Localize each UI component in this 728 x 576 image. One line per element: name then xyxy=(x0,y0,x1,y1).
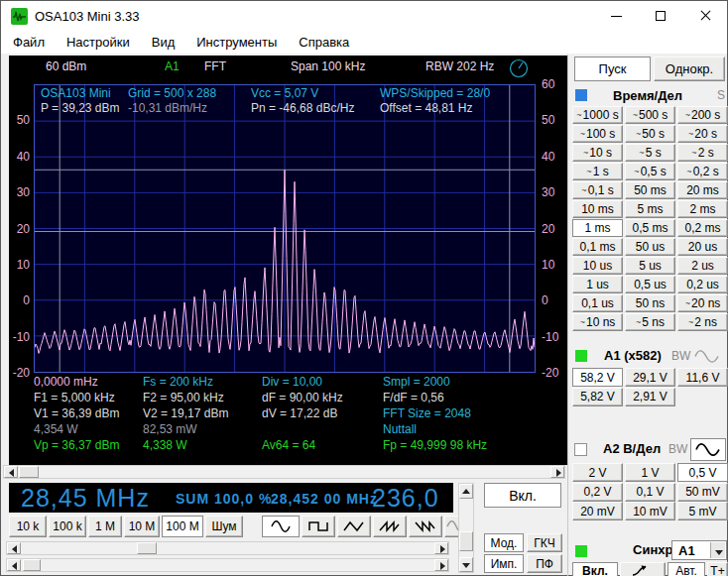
scroll-thumb[interactable] xyxy=(137,542,157,554)
menu-item-1[interactable]: Настройки xyxy=(66,32,141,53)
a2-volts-0_5_V[interactable]: 0,5 V xyxy=(677,463,728,482)
timebase-2_s[interactable]: ~2 s xyxy=(677,144,728,162)
range-button-10M[interactable]: 10 M xyxy=(124,516,160,537)
timebase-1000_s[interactable]: ~1000 s xyxy=(572,106,623,124)
timebase-0_1_s[interactable]: ~0,1 s xyxy=(572,181,623,199)
menu-item-0[interactable]: Файл xyxy=(13,32,56,53)
range-button-Шум[interactable]: Шум xyxy=(205,516,243,537)
timebase-1_s[interactable]: ~1 s xyxy=(572,163,623,180)
timebase-5_ms[interactable]: 5 ms xyxy=(625,200,675,218)
a2-bw-sine-button[interactable] xyxy=(690,438,726,461)
range-button-1M[interactable]: 1 M xyxy=(88,516,122,537)
scroll-right-button[interactable] xyxy=(434,559,448,571)
timebase-10_s[interactable]: ~10 s xyxy=(572,144,623,162)
timebase-0_1_ms[interactable]: 0,1 ms xyxy=(572,238,623,256)
timebase-2_us[interactable]: 2 us xyxy=(677,257,728,275)
trigger-slope-button[interactable] xyxy=(620,562,666,576)
gen-amplitude-scrollbar[interactable] xyxy=(6,558,449,572)
a2-volts-50_mV[interactable]: 50 mV xyxy=(677,483,728,502)
menu-item-3[interactable]: Инструменты xyxy=(196,32,288,53)
timebase-20_us[interactable]: 20 us xyxy=(677,238,728,256)
a1-volts-2_91_V[interactable]: 2,91 V xyxy=(625,388,675,406)
a2-volts-2_V[interactable]: 2 V xyxy=(572,463,623,482)
a2-volts-1_V[interactable]: 1 V xyxy=(625,463,675,482)
maximize-button[interactable] xyxy=(639,1,683,31)
trigger-auto-button[interactable]: Авт. xyxy=(667,562,705,576)
scroll-right-button[interactable] xyxy=(434,542,448,554)
scroll-left-button[interactable] xyxy=(7,542,21,554)
timebase-0_2_ms[interactable]: 0,2 ms xyxy=(677,219,728,237)
scroll-down-button[interactable] xyxy=(459,557,473,572)
timebase-2_ns[interactable]: ~2 ns xyxy=(677,313,728,331)
a2-enable-checkbox[interactable] xyxy=(574,443,587,456)
scroll-thumb[interactable] xyxy=(459,531,473,551)
waveform-triangle-button[interactable] xyxy=(337,516,371,537)
timebase-5_us[interactable]: 5 us xyxy=(625,257,675,275)
sweep-gkch-button[interactable]: ГКЧ xyxy=(527,533,562,552)
sync-source-select[interactable]: A1 xyxy=(671,540,727,560)
a1-volts-5_82_V[interactable]: 5,82 V xyxy=(572,388,623,406)
timebase-5_ns[interactable]: ~5 ns xyxy=(625,313,675,331)
gen-frequency-scrollbar[interactable] xyxy=(6,541,449,555)
range-button-100k[interactable]: 100 k xyxy=(49,516,86,537)
a2-volts-5_mV[interactable]: 5 mV xyxy=(677,502,728,520)
minimize-button[interactable] xyxy=(594,1,639,31)
modulation-button[interactable]: Мод. xyxy=(484,533,524,552)
output-level-scrollbar[interactable] xyxy=(458,483,474,573)
timebase-100_s[interactable]: ~100 s xyxy=(572,125,623,143)
timebase-5_s[interactable]: ~5 s xyxy=(625,144,675,162)
output-on-button[interactable]: Вкл. xyxy=(484,483,561,508)
trigger-tplus-button[interactable]: T+ xyxy=(707,562,728,576)
timebase-1_us[interactable]: 1 us xyxy=(572,276,623,293)
a2-volts-20_mV[interactable]: 20 mV xyxy=(572,502,623,520)
timebase-1_ms[interactable]: 1 ms xyxy=(572,219,623,237)
a1-volts-58_2_V[interactable]: 58,2 V xyxy=(572,368,623,387)
a2-volts-0_1_V[interactable]: 0,1 V xyxy=(625,483,675,502)
scroll-up-button[interactable] xyxy=(459,484,473,499)
scroll-left-button[interactable] xyxy=(4,466,18,478)
waveform-sine-button[interactable] xyxy=(262,516,300,537)
timebase-200_s[interactable]: ~200 s xyxy=(677,106,728,124)
waveform-ramp-down-button[interactable] xyxy=(409,516,442,537)
scroll-right-button[interactable] xyxy=(550,466,564,478)
timebase-10_us[interactable]: 10 us xyxy=(572,257,623,275)
timebase-10_ns[interactable]: ~10 ns xyxy=(572,313,623,331)
timebase-50_us[interactable]: 50 us xyxy=(625,238,675,256)
timebase-20_ms[interactable]: 20 ms xyxy=(677,181,728,199)
timebase-10_ms[interactable]: 10 ms xyxy=(572,200,623,218)
timebase-0_1_us[interactable]: 0,1 us xyxy=(572,294,623,312)
timebase-20_ns[interactable]: ~20 ns xyxy=(677,294,728,312)
timebase-50_ms[interactable]: 50 ms xyxy=(625,181,675,199)
a2-volts-10_mV[interactable]: 10 mV xyxy=(625,502,675,520)
timebase-0_2_s[interactable]: ~0,2 s xyxy=(677,163,728,180)
dropdown-button[interactable] xyxy=(710,542,725,558)
scroll-thumb[interactable] xyxy=(23,559,41,571)
timebase-0_5_s[interactable]: ~0,5 s xyxy=(625,163,675,180)
waveform-square-button[interactable] xyxy=(302,516,335,537)
single-shot-button[interactable]: Однокр. xyxy=(654,57,725,81)
a1-volts-29_1_V[interactable]: 29,1 V xyxy=(625,368,675,387)
menu-item-4[interactable]: Справка xyxy=(299,32,360,53)
timebase-500_s[interactable]: ~500 s xyxy=(625,106,675,124)
start-button[interactable]: Пуск xyxy=(574,57,651,81)
range-button-10k[interactable]: 10 k xyxy=(9,516,47,537)
scope-hscrollbar[interactable] xyxy=(3,465,565,479)
timebase-50_s[interactable]: ~50 s xyxy=(625,125,675,143)
timebase-0_5_us[interactable]: 0,5 us xyxy=(625,276,675,293)
timebase-0_5_ms[interactable]: 0,5 ms xyxy=(625,219,675,237)
timebase-2_ms[interactable]: 2 ms xyxy=(677,200,728,218)
menu-item-2[interactable]: Вид xyxy=(152,32,186,53)
a2-volts-0_2_V[interactable]: 0,2 V xyxy=(572,483,623,502)
close-button[interactable] xyxy=(683,1,728,31)
scroll-left-button[interactable] xyxy=(7,559,21,571)
waveform-ramp-up-button[interactable] xyxy=(373,516,407,537)
bandpass-filter-button[interactable]: ПФ xyxy=(527,554,562,573)
timebase-0_2_us[interactable]: 0,2 us xyxy=(677,276,728,293)
scroll-thumb[interactable] xyxy=(19,466,39,478)
sync-on-button[interactable]: Вкл. xyxy=(572,562,618,576)
range-button-100M[interactable]: 100 M xyxy=(162,516,203,537)
timebase-50_ns[interactable]: 50 ns xyxy=(625,294,675,312)
a1-volts-11_6_V[interactable]: 11,6 V xyxy=(677,368,728,387)
timebase-20_s[interactable]: ~20 s xyxy=(677,125,728,143)
pulse-button[interactable]: Имп. xyxy=(484,554,524,573)
